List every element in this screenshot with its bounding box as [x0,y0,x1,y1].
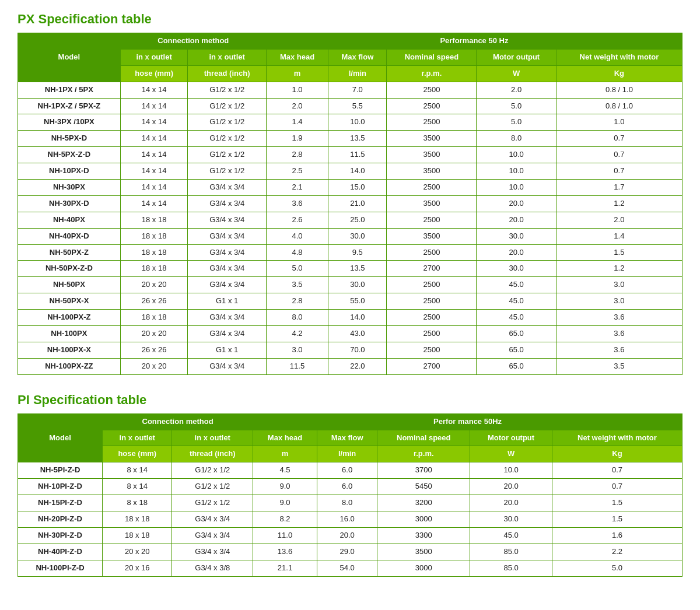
pi-cell-flow: 16.0 [317,511,377,528]
px-cell-flow: 13.5 [328,261,387,277]
pi-cell-weight: 0.7 [552,479,682,495]
px-cell-hose: 26 x 26 [120,293,188,310]
px-cell-model: NH-100PX [18,326,121,342]
pi-unit-thread: thread (inch) [172,446,253,462]
pi-cell-output: 10.0 [470,462,552,479]
px-cell-model: NH-50PX [18,277,121,293]
px-cell-head: 4.2 [266,326,328,342]
px-cell-thread: G3/4 x 3/4 [188,326,266,342]
px-cell-thread: G1/2 x 1/2 [188,82,266,98]
px-cell-output: 10.0 [477,147,556,163]
px-cell-model: NH-50PX-Z [18,244,121,261]
table-row: NH-50PX-Z18 x 18G3/4 x 3/44.89.5250020.0… [18,244,682,261]
table-row: NH-5PX-D14 x 14G1/2 x 1/21.913.535008.00… [18,131,682,147]
table-row: NH-100PX20 x 20G3/4 x 3/44.243.0250065.0… [18,326,682,342]
pi-cell-model: NH-40PI-Z-D [18,544,103,560]
px-cell-head: 1.9 [266,131,328,147]
px-cell-head: 2.8 [266,293,328,310]
pi-cell-weight: 2.2 [552,544,682,560]
px-cell-flow: 9.5 [328,244,387,261]
pi-col-thread-label: in x outlet [172,430,253,446]
px-cell-speed: 2500 [387,114,477,131]
px-cell-model: NH-100PX-Z [18,310,121,326]
pi-title: PI Specification table [18,392,682,408]
px-cell-hose: 14 x 14 [120,131,188,147]
pi-unit-flow: l/min [317,446,377,462]
px-cell-weight: 1.7 [556,180,682,196]
pi-cell-speed: 3500 [377,544,470,560]
table-row: NH-50PX20 x 20G3/4 x 3/43.530.0250045.03… [18,277,682,293]
px-cell-head: 8.0 [266,310,328,326]
px-cell-hose: 14 x 14 [120,82,188,98]
px-cell-thread: G1/2 x 1/2 [188,163,266,180]
pi-table: Model Connection method Perfor mance 50H… [18,413,682,577]
table-row: NH-1PX-Z / 5PX-Z14 x 14G1/2 x 1/22.05.52… [18,98,682,114]
px-col-thread-label: in x outlet [188,49,266,65]
px-cell-weight: 3.0 [556,277,682,293]
px-cell-head: 2.1 [266,180,328,196]
px-cell-model: NH-40PX-D [18,228,121,244]
table-row: NH-5PX-Z-D14 x 14G1/2 x 1/22.811.5350010… [18,147,682,163]
px-cell-speed: 2500 [387,180,477,196]
pi-cell-thread: G1/2 x 1/2 [172,462,253,479]
pi-cell-hose: 18 x 18 [103,511,172,528]
px-col-flow-label: Max flow [328,49,387,65]
px-cell-head: 5.0 [266,261,328,277]
px-cell-model: NH-40PX [18,212,121,228]
pi-section: PI Specification table Model Connection … [18,392,682,577]
px-unit-thread: thread (inch) [188,65,266,82]
pi-cell-hose: 20 x 16 [103,560,172,576]
px-cell-output: 65.0 [477,326,556,342]
table-row: NH-1PX / 5PX14 x 14G1/2 x 1/21.07.025002… [18,82,682,98]
px-cell-flow: 30.0 [328,277,387,293]
px-cell-output: 65.0 [477,358,556,374]
px-cell-speed: 2500 [387,98,477,114]
pi-unit-speed: r.p.m. [377,446,470,462]
px-cell-output: 5.0 [477,114,556,131]
px-cell-head: 3.6 [266,195,328,212]
pi-cell-model: NH-10PI-Z-D [18,479,103,495]
px-cell-head: 11.5 [266,358,328,374]
px-cell-model: NH-30PX-D [18,195,121,212]
pi-cell-thread: G3/4 x 3/4 [172,527,253,544]
px-col-speed-label: Nominal speed [387,49,477,65]
pi-cell-weight: 1.5 [552,511,682,528]
px-cell-output: 20.0 [477,212,556,228]
px-cell-head: 3.0 [266,342,328,358]
px-cell-speed: 2500 [387,310,477,326]
px-cell-speed: 2500 [387,212,477,228]
px-unit-hose: hose (mm) [120,65,188,82]
px-cell-thread: G1/2 x 1/2 [188,98,266,114]
px-cell-output: 45.0 [477,293,556,310]
px-cell-weight: 1.5 [556,244,682,261]
pi-cell-model: NH-15PI-Z-D [18,495,103,511]
px-cell-hose: 18 x 18 [120,228,188,244]
px-cell-speed: 2500 [387,244,477,261]
px-cell-output: 5.0 [477,98,556,114]
px-table: Model Connection method Performance 50 H… [18,33,682,375]
px-cell-head: 2.5 [266,163,328,180]
pi-cell-weight: 1.5 [552,495,682,511]
px-cell-thread: G3/4 x 3/4 [188,277,266,293]
px-cell-flow: 14.0 [328,163,387,180]
px-cell-speed: 3500 [387,228,477,244]
px-cell-hose: 14 x 14 [120,114,188,131]
px-cell-flow: 21.0 [328,195,387,212]
pi-col-head-label: Max head [253,430,317,446]
pi-cell-thread: G1/2 x 1/2 [172,495,253,511]
px-cell-speed: 2500 [387,82,477,98]
px-cell-flow: 10.0 [328,114,387,131]
px-cell-weight: 3.0 [556,293,682,310]
table-row: NH-30PX-D14 x 14G3/4 x 3/43.621.0350020.… [18,195,682,212]
pi-cell-speed: 5450 [377,479,470,495]
px-cell-flow: 5.5 [328,98,387,114]
px-cell-flow: 11.5 [328,147,387,163]
pi-cell-model: NH-20PI-Z-D [18,511,103,528]
px-cell-hose: 14 x 14 [120,163,188,180]
px-cell-output: 10.0 [477,163,556,180]
px-cell-weight: 3.6 [556,342,682,358]
px-cell-output: 2.0 [477,82,556,98]
table-row: NH-100PX-X26 x 26G1 x 13.070.0250065.03.… [18,342,682,358]
pi-cell-output: 20.0 [470,479,552,495]
px-cell-hose: 20 x 20 [120,326,188,342]
